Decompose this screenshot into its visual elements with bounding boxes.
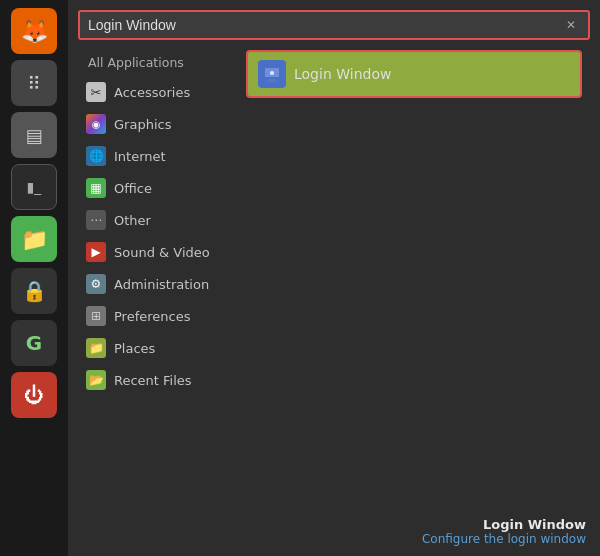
taskbar-firefox[interactable]: 🦊: [11, 8, 57, 54]
category-recent[interactable]: 📂 Recent Files: [78, 365, 238, 395]
category-other-label: Other: [114, 213, 151, 228]
category-preferences-label: Preferences: [114, 309, 190, 324]
search-clear-button[interactable]: ✕: [562, 16, 580, 34]
taskbar: 🦊 ⠿ ▤ ▮_ 📁 🔒 G ⏻: [0, 0, 68, 556]
category-graphics-label: Graphics: [114, 117, 171, 132]
category-all[interactable]: All Applications: [78, 50, 238, 75]
category-other[interactable]: ⋯ Other: [78, 205, 238, 235]
category-list: All Applications ✂ Accessories ◉ Graphic…: [78, 50, 238, 546]
category-administration[interactable]: ⚙ Administration: [78, 269, 238, 299]
category-internet[interactable]: 🌐 Internet: [78, 141, 238, 171]
accessories-icon: ✂: [86, 82, 106, 102]
taskbar-panel[interactable]: ▤: [11, 112, 57, 158]
category-accessories[interactable]: ✂ Accessories: [78, 77, 238, 107]
app-login-window[interactable]: Login Window: [246, 50, 582, 98]
search-input[interactable]: [88, 17, 562, 33]
category-office-label: Office: [114, 181, 152, 196]
content-area: All Applications ✂ Accessories ◉ Graphic…: [78, 50, 590, 546]
category-preferences[interactable]: ⊞ Preferences: [78, 301, 238, 331]
status-bar: Login Window Configure the login window: [422, 517, 586, 546]
svg-rect-4: [270, 71, 274, 75]
category-office[interactable]: ▦ Office: [78, 173, 238, 203]
taskbar-lock[interactable]: 🔒: [11, 268, 57, 314]
graphics-icon: ◉: [86, 114, 106, 134]
category-sound-video-label: Sound & Video: [114, 245, 210, 260]
taskbar-gcrypt[interactable]: G: [11, 320, 57, 366]
administration-icon: ⚙: [86, 274, 106, 294]
taskbar-files[interactable]: 📁: [11, 216, 57, 262]
internet-icon: 🌐: [86, 146, 106, 166]
other-icon: ⋯: [86, 210, 106, 230]
svg-rect-3: [266, 81, 278, 82]
recent-icon: 📂: [86, 370, 106, 390]
category-internet-label: Internet: [114, 149, 166, 164]
app-login-window-label: Login Window: [294, 66, 391, 82]
category-places[interactable]: 📁 Places: [78, 333, 238, 363]
status-title: Login Window: [422, 517, 586, 532]
category-sound-video[interactable]: ▶ Sound & Video: [78, 237, 238, 267]
taskbar-grid[interactable]: ⠿: [11, 60, 57, 106]
app-list: Login Window: [238, 50, 590, 546]
preferences-icon: ⊞: [86, 306, 106, 326]
main-panel: ✕ All Applications ✂ Accessories ◉ Graph…: [68, 0, 600, 556]
status-description: Configure the login window: [422, 532, 586, 546]
login-window-icon: [258, 60, 286, 88]
office-icon: ▦: [86, 178, 106, 198]
category-recent-label: Recent Files: [114, 373, 192, 388]
category-administration-label: Administration: [114, 277, 209, 292]
category-accessories-label: Accessories: [114, 85, 190, 100]
svg-rect-2: [268, 79, 276, 81]
category-graphics[interactable]: ◉ Graphics: [78, 109, 238, 139]
taskbar-terminal[interactable]: ▮_: [11, 164, 57, 210]
category-all-label: All Applications: [88, 55, 184, 70]
taskbar-shutdown[interactable]: ⏻: [11, 372, 57, 418]
category-places-label: Places: [114, 341, 155, 356]
places-icon: 📁: [86, 338, 106, 358]
search-bar: ✕: [78, 10, 590, 40]
sound-video-icon: ▶: [86, 242, 106, 262]
